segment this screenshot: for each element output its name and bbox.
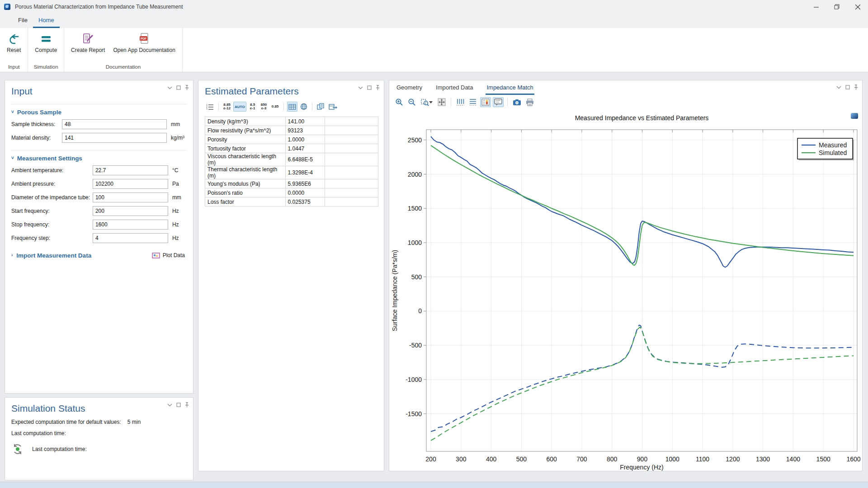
chevron-down-icon[interactable] — [167, 86, 172, 89]
minimize-button[interactable] — [806, 0, 826, 14]
zoom-extents-icon[interactable] — [436, 97, 447, 107]
open-app-documentation-button[interactable]: PDF Open App Documentation — [109, 30, 179, 55]
full-precision-icon[interactable] — [299, 102, 309, 112]
tab-imported-data[interactable]: Imported Data — [435, 81, 474, 95]
ribbon-group-label: Input — [3, 63, 25, 72]
svg-text:Measured Impedance vs Estimate: Measured Impedance vs Estimated Paramete… — [575, 114, 709, 122]
param-value[interactable]: 6.6488E-5 — [285, 153, 325, 166]
import-measurement-data-label: Import Measurement Data — [16, 252, 91, 259]
frequency-step-input[interactable] — [93, 233, 168, 243]
table-view-icon[interactable] — [287, 102, 297, 112]
format-auto-button[interactable]: AUTO — [233, 102, 246, 112]
zoom-in-icon[interactable] — [394, 97, 405, 107]
pin-icon[interactable] — [185, 402, 189, 408]
pin-icon[interactable] — [376, 85, 380, 90]
format-decimal-button[interactable]: 8.5e-1 — [248, 102, 258, 112]
svg-text:PDF: PDF — [141, 37, 146, 40]
param-extra[interactable] — [325, 179, 378, 188]
param-extra[interactable] — [325, 144, 378, 153]
param-value[interactable]: 93123 — [285, 126, 325, 135]
param-value[interactable]: 141.00 — [285, 117, 325, 126]
unit-label: Hz — [168, 221, 187, 228]
import-measurement-data-section[interactable]: › Import Measurement Data — [11, 252, 91, 259]
unit-label: mm — [168, 194, 187, 201]
param-extra[interactable] — [325, 117, 378, 126]
compute-button[interactable]: Compute — [31, 30, 61, 55]
zoom-out-icon[interactable] — [406, 97, 417, 107]
svg-text:Surface Impedance (Pa*s/m): Surface Impedance (Pa*s/m) — [391, 250, 398, 331]
sample-thickness-input[interactable] — [62, 119, 167, 129]
ribbon-group-documentation: Create Report PDF Open App Documentation… — [64, 28, 183, 72]
param-extra[interactable] — [325, 135, 378, 144]
x-grid-icon[interactable] — [455, 97, 466, 107]
param-extra[interactable] — [325, 126, 378, 135]
tooltip-toggle-icon[interactable] — [493, 97, 504, 107]
ambient-temperature-input[interactable] — [93, 165, 168, 175]
reset-button[interactable]: Reset — [3, 30, 25, 55]
menu-file[interactable]: File — [13, 14, 33, 28]
unit-label: Pa — [168, 181, 187, 187]
input-panel: Input ˅ Porous Sample Sample thickness: … — [5, 80, 193, 394]
restore-button[interactable] — [826, 0, 847, 14]
format-engineering-button[interactable]: 850e-3 — [259, 102, 269, 112]
menu-home[interactable]: Home — [33, 14, 60, 28]
copy-table-icon[interactable] — [316, 102, 326, 112]
param-extra[interactable] — [325, 197, 378, 206]
svg-text:1500: 1500 — [816, 455, 830, 463]
chevron-down-icon[interactable] — [358, 86, 363, 89]
print-icon[interactable] — [524, 97, 535, 107]
svg-text:1000: 1000 — [408, 239, 422, 246]
create-report-button[interactable]: Create Report — [67, 30, 109, 55]
svg-text:500: 500 — [411, 273, 422, 281]
param-value[interactable]: 1.0000 — [285, 135, 325, 144]
section-porous-sample[interactable]: ˅ Porous Sample — [11, 104, 187, 116]
param-value[interactable]: 1.0447 — [285, 144, 325, 153]
param-name: Loss factor — [205, 197, 286, 206]
plot-data-icon — [152, 253, 160, 258]
row-list-icon[interactable]: 123 — [205, 102, 215, 112]
table-row: Young's modulus (Pa)5.9365E6 — [205, 179, 378, 188]
maximize-panel-icon[interactable] — [176, 85, 181, 90]
y-grid-icon[interactable] — [467, 97, 478, 107]
start-frequency-input[interactable] — [93, 206, 168, 216]
tab-geometry[interactable]: Geometry — [396, 81, 423, 95]
maximize-panel-icon[interactable] — [176, 403, 181, 407]
maximize-panel-icon[interactable] — [367, 85, 372, 90]
chevron-down-icon[interactable] — [167, 404, 172, 407]
param-value[interactable]: 0.0000 — [285, 188, 325, 197]
sample-thickness-label: Sample thickness: — [11, 121, 62, 127]
svg-text:3: 3 — [206, 108, 208, 110]
stop-frequency-input[interactable] — [93, 220, 168, 230]
param-value[interactable]: 0.025375 — [285, 197, 325, 206]
plot-data-button[interactable]: Plot Data — [150, 251, 187, 259]
table-row: Thermal characteristic length (m)1.3298E… — [205, 166, 378, 179]
svg-text:0: 0 — [418, 307, 422, 314]
param-extra[interactable] — [325, 153, 378, 166]
tab-impedance-match[interactable]: Impedance Match — [486, 81, 534, 95]
minimize-icon — [814, 5, 819, 9]
param-value[interactable]: 5.9365E6 — [285, 179, 325, 188]
material-density-input[interactable] — [62, 133, 167, 143]
restore-icon — [834, 4, 840, 9]
param-value[interactable]: 1.3298E-4 — [285, 166, 325, 179]
export-table-icon[interactable] — [327, 102, 339, 112]
ambient-pressure-input[interactable] — [93, 179, 168, 189]
pin-icon[interactable] — [185, 85, 189, 90]
param-extra[interactable] — [325, 188, 378, 197]
impedance-chart[interactable]: 2003004005006007008009001000110012001300… — [389, 109, 862, 471]
section-measurement-settings[interactable]: ˅ Measurement Settings — [11, 150, 187, 162]
svg-text:1300: 1300 — [756, 455, 770, 463]
close-button[interactable] — [847, 0, 868, 14]
table-row: Flow resistivity (Pa*s/m^2)93123 — [205, 126, 378, 135]
zoom-box-icon[interactable] — [419, 97, 434, 107]
format-scientific-button[interactable]: 8.85e-12 — [222, 102, 232, 112]
format-plain-button[interactable]: 0.85 — [270, 102, 280, 112]
legend-toggle-icon[interactable] — [480, 97, 491, 107]
tube-diameter-input[interactable] — [93, 192, 168, 202]
svg-text:600: 600 — [547, 455, 557, 463]
unit-label: Hz — [168, 208, 187, 214]
param-extra[interactable] — [325, 166, 378, 179]
table-row: Porosity1.0000 — [205, 135, 378, 144]
snapshot-icon[interactable] — [511, 97, 523, 107]
simulation-status-title: Simulation Status — [11, 403, 187, 414]
